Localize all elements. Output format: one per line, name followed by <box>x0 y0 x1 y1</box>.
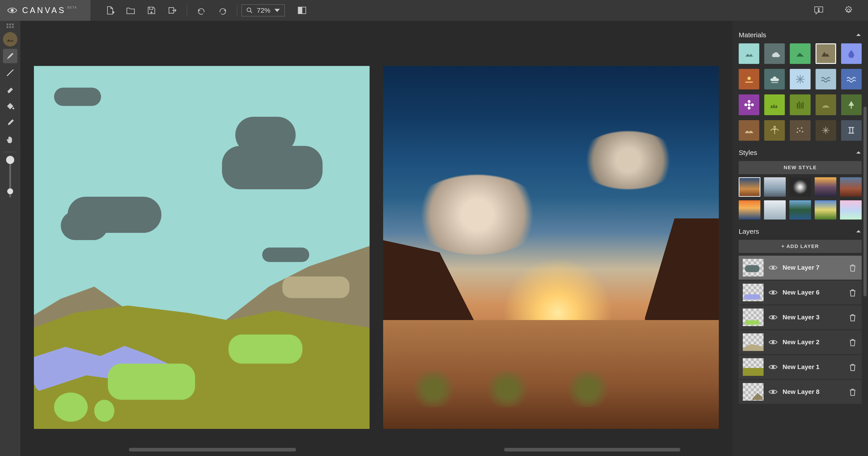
save-button[interactable] <box>143 2 160 19</box>
layer-thumbnail <box>743 284 764 301</box>
style-lake-mtn[interactable] <box>789 200 811 220</box>
svg-point-17 <box>797 131 798 133</box>
svg-point-24 <box>772 391 774 393</box>
layer-thumbnail <box>743 358 764 376</box>
material-grass[interactable] <box>764 94 785 115</box>
material-palm[interactable] <box>764 120 785 141</box>
layer-name: New Layer 2 <box>782 338 843 346</box>
split-view-button[interactable] <box>294 2 310 19</box>
chevron-up-icon <box>855 150 862 156</box>
visibility-toggle[interactable] <box>768 337 778 347</box>
svg-point-18 <box>802 131 803 132</box>
visibility-toggle[interactable] <box>768 288 778 297</box>
svg-point-21 <box>772 316 774 319</box>
style-glacier[interactable] <box>764 200 786 220</box>
material-sky[interactable] <box>739 43 759 64</box>
style-sunset-sea[interactable] <box>739 200 761 220</box>
visibility-toggle[interactable] <box>768 362 778 372</box>
eraser-tool[interactable] <box>3 82 18 97</box>
style-cave[interactable] <box>789 177 811 197</box>
material-ruin[interactable] <box>841 120 862 141</box>
style-pastel[interactable] <box>840 200 862 220</box>
visibility-toggle[interactable] <box>768 263 778 272</box>
material-lake[interactable] <box>841 69 862 90</box>
visibility-toggle[interactable] <box>768 312 778 322</box>
svg-point-8 <box>747 76 751 80</box>
zoom-value: 72% <box>257 6 270 14</box>
materials-grid <box>739 43 862 141</box>
layer-row[interactable]: New Layer 2 <box>739 330 862 354</box>
brush-tool[interactable] <box>3 49 18 63</box>
style-snow-peak[interactable] <box>764 177 786 197</box>
svg-point-23 <box>772 366 774 368</box>
layer-row[interactable]: New Layer 3 <box>739 305 862 329</box>
material-tree[interactable] <box>841 94 862 115</box>
delete-layer-button[interactable] <box>848 337 858 347</box>
style-meadow[interactable] <box>815 200 836 220</box>
style-sunset-desert[interactable] <box>739 177 761 197</box>
pan-tool[interactable] <box>3 132 18 147</box>
brush-size-handle[interactable] <box>7 188 13 194</box>
line-tool[interactable] <box>3 65 18 80</box>
material-moss[interactable] <box>815 94 836 115</box>
layer-row[interactable]: New Layer 6 <box>739 281 862 304</box>
material-flower[interactable] <box>739 94 759 115</box>
layer-name: New Layer 8 <box>782 388 843 395</box>
layers-section-header[interactable]: Layers <box>739 228 862 235</box>
delete-layer-button[interactable] <box>848 288 858 297</box>
fill-tool[interactable] <box>3 99 18 113</box>
canvas-scrollbar[interactable] <box>504 448 680 452</box>
render-canvas[interactable] <box>383 66 719 429</box>
panel-scrollbar[interactable] <box>864 107 867 296</box>
material-fog[interactable] <box>764 69 785 90</box>
material-rock[interactable] <box>815 120 836 141</box>
material-reed[interactable] <box>790 94 810 115</box>
material-snow[interactable] <box>790 69 810 90</box>
material-mountain[interactable] <box>815 43 836 64</box>
export-button[interactable] <box>164 2 180 19</box>
feedback-button[interactable] <box>811 2 827 19</box>
zoom-dropdown[interactable]: 72% <box>241 4 285 17</box>
redo-button[interactable] <box>214 2 230 19</box>
svg-point-1 <box>247 8 251 12</box>
visibility-toggle[interactable] <box>768 387 778 397</box>
open-file-button[interactable] <box>123 2 139 19</box>
layers-title: Layers <box>739 228 759 235</box>
style-red-cliff[interactable] <box>840 177 862 197</box>
brush-size-slider[interactable] <box>9 159 11 197</box>
new-file-button[interactable] <box>102 2 118 19</box>
svg-point-10 <box>747 100 750 103</box>
delete-layer-button[interactable] <box>848 387 858 397</box>
delete-layer-button[interactable] <box>848 263 858 272</box>
materials-section-header[interactable]: Materials <box>739 31 862 39</box>
material-sea[interactable] <box>815 69 836 90</box>
left-toolbar <box>0 21 20 456</box>
chevron-up-icon <box>855 32 862 38</box>
undo-button[interactable] <box>193 2 210 19</box>
delete-layer-button[interactable] <box>848 362 858 372</box>
material-hill[interactable] <box>790 43 810 64</box>
layer-row[interactable]: New Layer 8 <box>739 380 862 404</box>
toolbar-separator <box>187 5 187 16</box>
material-tool[interactable] <box>3 32 18 46</box>
eyedropper-tool[interactable] <box>3 116 18 130</box>
material-cloud[interactable] <box>764 43 785 64</box>
styles-section-header[interactable]: Styles <box>739 149 862 157</box>
material-dirt[interactable] <box>739 69 759 90</box>
add-layer-button[interactable]: + ADD LAYER <box>739 240 862 253</box>
material-sand[interactable] <box>739 120 759 141</box>
delete-layer-button[interactable] <box>848 312 858 322</box>
new-style-button[interactable]: NEW STYLE <box>739 161 862 174</box>
svg-point-9 <box>747 103 750 106</box>
drag-grip-icon[interactable] <box>6 24 14 28</box>
settings-button[interactable] <box>840 2 857 19</box>
svg-point-22 <box>772 341 774 344</box>
segmentation-canvas[interactable] <box>34 66 370 429</box>
layer-row[interactable]: New Layer 1 <box>739 355 862 379</box>
svg-point-12 <box>744 103 747 106</box>
style-dawn-fog[interactable] <box>815 177 836 197</box>
canvas-scrollbar[interactable] <box>129 448 296 452</box>
layer-row[interactable]: New Layer 7 <box>739 256 862 280</box>
material-gravel[interactable] <box>790 120 810 141</box>
material-water[interactable] <box>841 43 862 64</box>
